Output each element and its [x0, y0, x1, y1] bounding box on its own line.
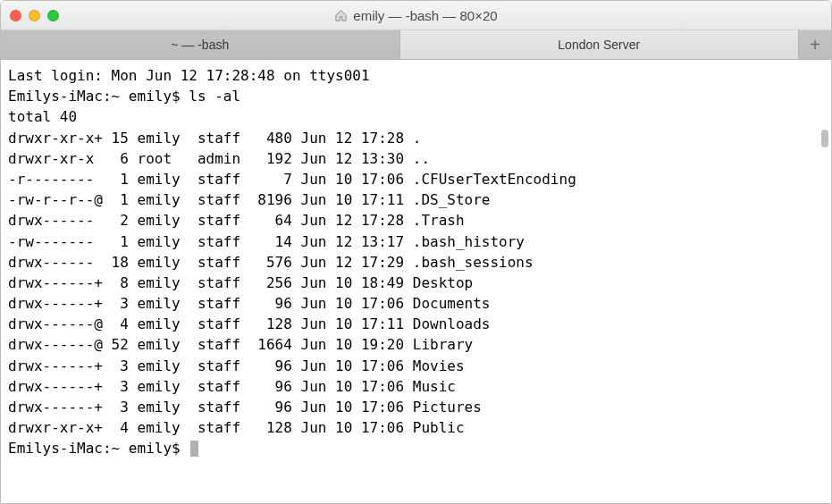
terminal-line: drwx------+ 8 emily staff 256 Jun 10 18:…: [8, 273, 824, 293]
titlebar: emily — -bash — 80×20: [1, 1, 831, 30]
terminal-line: drwx------@ 52 emily staff 1664 Jun 10 1…: [8, 334, 824, 355]
terminal-line: Last login: Mon Jun 12 17:28:48 on ttys0…: [8, 65, 824, 86]
terminal-line: drwxr-xr-x 6 root admin 192 Jun 12 13:30…: [8, 148, 824, 169]
terminal-line: drwxr-xr-x+ 4 emily staff 128 Jun 10 17:…: [8, 417, 824, 438]
terminal-line: drwx------+ 3 emily staff 96 Jun 10 17:0…: [8, 397, 824, 417]
title-wrap: emily — -bash — 80×20: [1, 8, 831, 23]
terminal-line: drwx------ 2 emily staff 64 Jun 12 17:28…: [8, 210, 824, 231]
terminal-line: drwx------+ 3 emily staff 96 Jun 10 17:0…: [8, 293, 824, 314]
terminal-line: -rw-r--r--@ 1 emily staff 8196 Jun 10 17…: [8, 189, 824, 210]
terminal-area[interactable]: Last login: Mon Jun 12 17:28:48 on ttys0…: [1, 60, 831, 503]
home-icon: [334, 9, 348, 22]
cursor-icon: [190, 441, 198, 457]
terminal-line: drwx------+ 3 emily staff 96 Jun 10 17:0…: [8, 356, 824, 376]
tabbar: ~ — -bash London Server +: [1, 30, 831, 60]
terminal-line: drwx------+ 3 emily staff 96 Jun 10 17:0…: [8, 376, 824, 397]
scrollbar-thumb[interactable]: [821, 130, 828, 147]
plus-icon: +: [810, 35, 820, 55]
prompt-text: Emilys-iMac:~ emily$: [8, 440, 189, 457]
tab-london-server[interactable]: London Server: [400, 30, 800, 59]
minimize-icon[interactable]: [29, 10, 40, 21]
tab-bash[interactable]: ~ — -bash: [1, 30, 400, 59]
fullscreen-icon[interactable]: [47, 10, 59, 21]
close-icon[interactable]: [10, 10, 21, 21]
terminal-line: drwx------ 18 emily staff 576 Jun 12 17:…: [8, 252, 824, 273]
terminal-line: -rw------- 1 emily staff 14 Jun 12 13:17…: [8, 231, 824, 252]
window-controls: [10, 10, 59, 21]
terminal-line: -r-------- 1 emily staff 7 Jun 10 17:06 …: [8, 169, 824, 189]
terminal-line: drwx------@ 4 emily staff 128 Jun 10 17:…: [8, 314, 824, 334]
terminal-line: drwxr-xr-x+ 15 emily staff 480 Jun 12 17…: [8, 128, 824, 148]
terminal-line: Emilys-iMac:~ emily$ ls -al: [8, 86, 824, 106]
terminal-line: total 40: [8, 106, 824, 127]
tab-label: ~ — -bash: [171, 38, 229, 52]
terminal-prompt: Emilys-iMac:~ emily$: [8, 438, 824, 458]
tab-add-button[interactable]: +: [799, 30, 831, 59]
window-title: emily — -bash — 80×20: [353, 8, 497, 23]
tab-label: London Server: [558, 38, 640, 52]
